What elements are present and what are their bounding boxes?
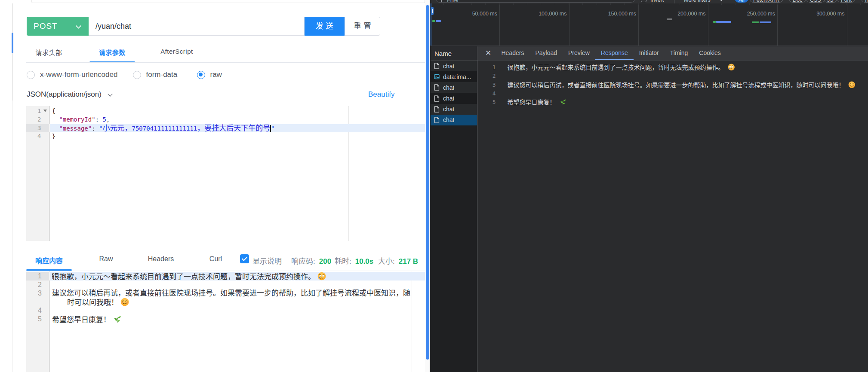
detail-tab-initiator[interactable]: Initiator [634, 46, 665, 60]
filter-pill-All[interactable]: All [735, 0, 748, 3]
overview-tick [680, 3, 680, 5]
response-tab-3[interactable]: Headers [148, 255, 174, 263]
reset-button[interactable]: 重 置 [345, 17, 380, 36]
document-file-icon [434, 84, 440, 91]
invert-checkbox[interactable] [641, 0, 646, 2]
send-button[interactable]: 发 送 [305, 17, 345, 36]
invert-label: Invert [650, 0, 664, 3]
overview-tick [569, 3, 569, 5]
gutter-line-number: 1 [38, 272, 42, 281]
preview-line-number: 5 [477, 98, 496, 107]
overview-tick [610, 3, 611, 5]
funnel-icon [439, 0, 444, 3]
token-punc: { [52, 107, 55, 114]
response-tab-2[interactable]: Raw [99, 255, 113, 263]
sidebar-scrollbar-thumb[interactable] [12, 33, 13, 53]
request-timing-bar-blue [436, 20, 441, 22]
response-tab-1[interactable]: 响应内容 [35, 255, 63, 265]
gutter-line-number: 2 [37, 116, 41, 124]
smiling-face-emoji-icon [848, 81, 856, 88]
request-row[interactable]: chat [431, 104, 477, 115]
request-tab-2[interactable]: 请求参数 [99, 48, 126, 57]
request-timing-bar-blue [760, 21, 771, 23]
code-line-4: } [52, 132, 275, 141]
response-preview-pane[interactable]: 1很抱歉，小元元～看起来系统目前遇到了一点技术问题，暂时无法完成预约操作。 23… [477, 61, 868, 372]
radio-unchecked-icon[interactable] [27, 71, 35, 79]
token-num: 5 [103, 116, 106, 123]
filter-pill-Fetch/XHR[interactable]: Fetch/XHR [749, 0, 783, 3]
overview-time-label: 200,000 ms [677, 11, 705, 17]
close-icon[interactable]: ✕ [482, 46, 494, 60]
detail-tab-response[interactable]: Response [595, 46, 634, 60]
filter-input[interactable]: Filter [435, 0, 635, 3]
body-mode-raw[interactable]: raw [197, 70, 222, 79]
beautify-link[interactable]: Beautify [368, 90, 394, 99]
stat-value: 10.0s [355, 257, 374, 266]
name-column-header[interactable]: Name [431, 46, 478, 60]
filter-pill-CSS[interactable]: CSS [806, 0, 825, 3]
more-filters-button[interactable]: More filters [684, 0, 711, 3]
document-file-icon [434, 117, 440, 123]
editor-code[interactable]: { "memoryId": 5, "message": "小元元，7507041… [52, 107, 275, 141]
overview-tick [582, 3, 583, 5]
method-select-value: POST [27, 21, 58, 31]
response-tabs-border [26, 271, 425, 271]
api-tool-panel: POST /yuan/chat 发 送 重 置 请求头部请求参数AfterScr… [0, 0, 430, 372]
radio-checked-icon[interactable] [197, 71, 205, 79]
request-row[interactable]: chat [431, 61, 477, 71]
overview-tick [694, 3, 694, 5]
sad-tear-emoji-icon [317, 272, 326, 281]
panel-scrollbar-thumb[interactable] [426, 5, 429, 360]
editor-gutter: 12345 [26, 271, 49, 372]
content-type-select[interactable]: JSON(application/json) [27, 90, 102, 99]
url-input[interactable]: /yuan/chat [89, 17, 305, 36]
response-tab-4[interactable]: Curl [209, 255, 222, 263]
radio-unchecked-icon[interactable] [133, 71, 141, 79]
filter-pill-JS[interactable]: JS [823, 0, 837, 3]
detail-tab-payload[interactable]: Payload [529, 46, 563, 60]
filter-pill-Doc[interactable]: Doc [789, 0, 806, 3]
network-filter-bar: Filter Invert More filters AllFetch/XHRD… [431, 0, 868, 3]
body-mode-form-data[interactable]: form-data [133, 70, 178, 79]
overview-tick [471, 3, 472, 5]
request-tab-1[interactable]: 请求头部 [35, 48, 62, 57]
chevron-down-icon [108, 91, 112, 96]
filter-pill-Font[interactable]: Font [837, 0, 856, 3]
request-row[interactable]: chat [431, 93, 477, 104]
detail-tab-cookies[interactable]: Cookies [693, 46, 726, 60]
request-tab-3[interactable]: AfterScript [160, 48, 193, 55]
stat-label: 大小: [378, 255, 395, 266]
overview-drag-handle[interactable] [431, 7, 434, 15]
request-name: chat [443, 106, 454, 113]
preview-line-text: 建议您可以稍后再试，或者直接前往医院现场挂号。如果需要进一步的帮助，比如了解挂号… [508, 81, 856, 89]
devtools-network-panel: Filter Invert More filters AllFetch/XHRD… [430, 0, 868, 372]
body-mode-label: x-www-form-urlencoded [40, 70, 117, 79]
request-body-editor[interactable]: 1234 { "memoryId": 5, "message": "小元元，75… [26, 106, 425, 241]
overview-tick [736, 3, 736, 5]
overview-tick [443, 3, 444, 5]
overview-tick [860, 3, 861, 5]
filter-placeholder: Filter [447, 0, 459, 3]
gutter-line-number: 3 [37, 124, 41, 133]
preview-line-number: 4 [477, 89, 496, 98]
body-mode-x-www-form-urlencoded[interactable]: x-www-form-urlencoded [27, 70, 117, 79]
token-key: "message" [59, 125, 92, 132]
detail-tab-preview[interactable]: Preview [563, 46, 595, 60]
network-overview-timeline[interactable]: 50,000 ms100,000 ms150,000 ms200,000 ms2… [431, 3, 868, 46]
show-description-checkbox[interactable] [240, 254, 249, 263]
response-stat: 大小:217 B [378, 255, 418, 266]
gutter-line-number: 4 [38, 306, 42, 315]
request-row[interactable]: chat [431, 82, 477, 93]
request-row[interactable]: data:ima... [431, 71, 477, 82]
detail-tabs: HeadersPayloadPreviewResponseInitiatorTi… [496, 46, 726, 60]
detail-tab-headers[interactable]: Headers [496, 46, 530, 60]
overview-tick [458, 3, 458, 5]
filter-pill-Img[interactable]: Img [861, 0, 868, 3]
fold-arrow-icon[interactable] [43, 110, 47, 112]
column-divider[interactable] [477, 46, 477, 372]
response-body-editor[interactable]: 12345 很抱歉，小元元～看起来系统目前遇到了一点技术问题，暂时无法完成预约操… [26, 271, 425, 372]
detail-tab-timing[interactable]: Timing [665, 46, 694, 60]
request-row[interactable]: chat [431, 115, 477, 125]
preview-line-number: 3 [477, 81, 496, 89]
gutter-line-number: 4 [37, 132, 41, 141]
